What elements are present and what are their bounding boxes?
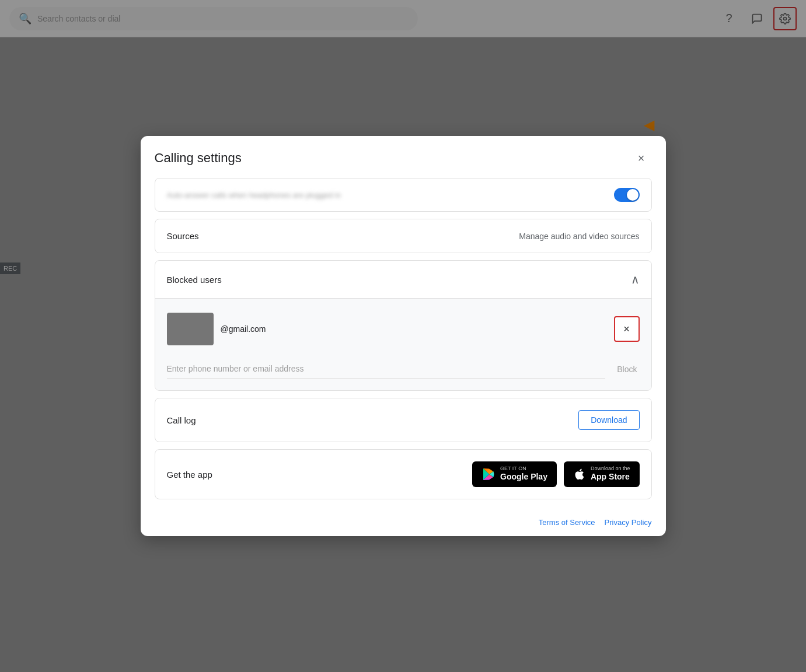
truncated-text: Auto-answer calls when headphones are pl… — [167, 191, 341, 200]
get-app-label: Get the app — [167, 470, 212, 480]
toggle-switch[interactable] — [614, 188, 640, 202]
avatar — [167, 313, 214, 345]
call-log-section: Call log Download — [155, 398, 652, 442]
google-play-button[interactable]: GET IT ON Google Play — [472, 461, 557, 487]
sources-label: Sources — [167, 231, 199, 241]
google-play-sub: GET IT ON — [500, 466, 526, 471]
app-store-main: App Store — [591, 471, 630, 482]
get-app-row: Get the app — [155, 450, 651, 499]
blocked-users-section: Blocked users ∧ @gmail.com × Block — [155, 260, 652, 391]
download-button[interactable]: Download — [578, 410, 639, 430]
dialog-footer: Terms of Service Privacy Policy — [141, 513, 666, 536]
sources-section: Sources Manage audio and video sources — [155, 219, 652, 253]
call-log-row: Call log Download — [155, 398, 651, 442]
dialog-header: Calling settings × — [141, 136, 666, 178]
blocked-user-row: @gmail.com × — [167, 308, 640, 350]
sources-description: Manage audio and video sources — [519, 232, 639, 241]
apple-icon — [573, 468, 586, 481]
app-store-buttons: GET IT ON Google Play Download on the Ap… — [472, 461, 639, 487]
calling-settings-dialog: Calling settings × Auto-answer calls whe… — [141, 136, 666, 536]
add-blocked-input[interactable] — [167, 359, 606, 379]
truncated-section: Auto-answer calls when headphones are pl… — [155, 178, 652, 212]
blocked-users-body: @gmail.com × Block — [155, 298, 651, 390]
blocked-users-label: Blocked users — [167, 275, 222, 285]
get-app-section: Get the app — [155, 449, 652, 499]
sources-row[interactable]: Sources Manage audio and video sources — [155, 219, 651, 253]
chevron-up-icon: ∧ — [631, 272, 640, 286]
add-blocked-row: Block — [167, 359, 640, 379]
dialog-title: Calling settings — [155, 150, 242, 166]
user-email: @gmail.com — [221, 324, 266, 334]
block-button[interactable]: Block — [615, 360, 639, 379]
dialog-close-button[interactable]: × — [631, 148, 652, 169]
terms-of-service-link[interactable]: Terms of Service — [539, 518, 595, 527]
google-play-main: Google Play — [500, 471, 547, 482]
remove-blocked-button[interactable]: × — [614, 316, 640, 342]
google-play-icon — [481, 467, 496, 481]
privacy-policy-link[interactable]: Privacy Policy — [605, 518, 652, 527]
call-log-label: Call log — [167, 415, 196, 425]
blocked-users-header[interactable]: Blocked users ∧ — [155, 261, 651, 298]
blocked-user-info: @gmail.com — [167, 313, 266, 345]
app-store-button[interactable]: Download on the App Store — [564, 461, 640, 487]
dialog-body: Auto-answer calls when headphones are pl… — [141, 178, 666, 513]
google-play-text: GET IT ON Google Play — [500, 466, 547, 482]
app-store-sub: Download on the — [591, 466, 630, 471]
app-store-text: Download on the App Store — [591, 466, 630, 482]
